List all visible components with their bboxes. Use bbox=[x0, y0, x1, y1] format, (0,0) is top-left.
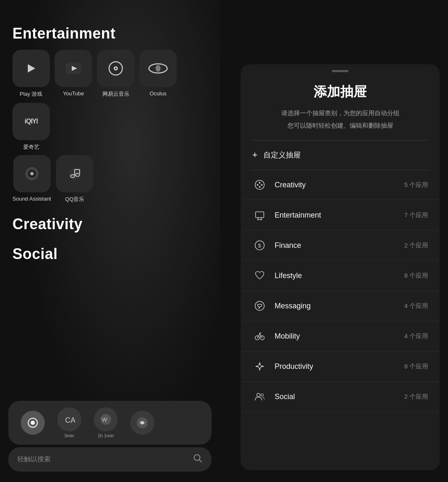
app-label-qq-music: QQ音乐 bbox=[65, 196, 84, 203]
category-item-messaging[interactable]: Messaging 4 个应用 bbox=[241, 291, 440, 321]
category-name-messaging: Messaging bbox=[275, 302, 404, 310]
category-icon-messaging bbox=[252, 298, 267, 313]
category-icon-mobility bbox=[252, 329, 267, 344]
category-name-creativity: Creativity bbox=[275, 181, 404, 189]
category-count-lifestyle: 8 个应用 bbox=[404, 272, 428, 280]
category-name-lifestyle: Lifestyle bbox=[275, 271, 404, 280]
section-title-social: Social bbox=[12, 245, 207, 263]
app-item-oculus[interactable]: Oculus bbox=[139, 50, 177, 98]
category-item-creativity[interactable]: Creativity 5 个应用 bbox=[241, 170, 440, 200]
svg-point-28 bbox=[259, 186, 261, 188]
category-icon-entertainment bbox=[252, 208, 267, 223]
left-panel: Entertainment Play 游戏 YouTube bbox=[0, 0, 220, 482]
sheet-desc-line1: 请选择一个抽屉类别，为您的应用自动分组 bbox=[281, 109, 399, 116]
app-icon-qq-music bbox=[56, 155, 93, 192]
category-name-entertainment: Entertainment bbox=[275, 211, 404, 220]
dock-icon-2: W bbox=[94, 407, 118, 431]
category-icon-lifestyle bbox=[252, 268, 267, 283]
category-item-productivity[interactable]: Productivity 8 个应用 bbox=[241, 351, 440, 382]
category-icon-social bbox=[252, 389, 267, 404]
app-icon-sound-assistant bbox=[13, 155, 51, 192]
category-item-lifestyle[interactable]: Lifestyle 8 个应用 bbox=[241, 261, 440, 291]
app-label-iqiyi: 爱奇艺 bbox=[23, 143, 39, 151]
sheet-handle bbox=[332, 70, 348, 72]
app-grid-entertainment-row2: Sound Assistant QQ音乐 bbox=[12, 155, 207, 203]
plus-icon: + bbox=[252, 150, 258, 160]
app-item-youtube[interactable]: YouTube bbox=[55, 50, 92, 98]
svg-text:$: $ bbox=[258, 242, 261, 249]
search-placeholder: 轻触以搜索 bbox=[17, 455, 51, 464]
category-count-mobility: 4 个应用 bbox=[404, 332, 428, 340]
svg-point-38 bbox=[258, 365, 261, 368]
dock-area: CA 3min W 1h 1min bbox=[8, 401, 212, 445]
category-list: Creativity 5 个应用 Entertainment 7 个应用 $ F… bbox=[241, 170, 440, 470]
dock-item-3[interactable] bbox=[130, 411, 154, 435]
svg-rect-29 bbox=[256, 212, 264, 218]
category-count-productivity: 8 个应用 bbox=[404, 363, 428, 371]
dock-time-1: 3min bbox=[64, 433, 74, 438]
svg-point-35 bbox=[255, 301, 264, 310]
svg-point-24 bbox=[255, 180, 264, 189]
category-icon-finance: $ bbox=[252, 238, 267, 253]
svg-point-26 bbox=[259, 182, 261, 184]
category-name-finance: Finance bbox=[275, 241, 404, 250]
section-title-creativity: Creativity bbox=[12, 216, 207, 233]
category-count-messaging: 4 个应用 bbox=[404, 302, 428, 310]
category-name-productivity: Productivity bbox=[275, 362, 404, 371]
svg-point-4 bbox=[115, 68, 117, 69]
app-item-play[interactable]: Play 游戏 bbox=[12, 50, 50, 98]
section-title-entertainment: Entertainment bbox=[12, 25, 207, 42]
dock-time-2: 1h 1min bbox=[97, 433, 114, 438]
app-grid-entertainment-row1: Play 游戏 YouTube 网易云音乐 bbox=[12, 50, 207, 151]
category-count-entertainment: 7 个应用 bbox=[404, 211, 428, 219]
svg-point-27 bbox=[261, 184, 263, 186]
svg-text:CA: CA bbox=[65, 416, 75, 424]
category-count-social: 2 个应用 bbox=[404, 393, 428, 401]
app-label-oculus: Oculus bbox=[150, 90, 166, 97]
dock-item-0[interactable] bbox=[21, 411, 45, 435]
app-item-sound-assistant[interactable]: Sound Assistant bbox=[12, 155, 51, 203]
svg-point-40 bbox=[261, 394, 263, 396]
custom-drawer-label: 自定义抽屉 bbox=[263, 150, 301, 160]
app-label-sound-assistant: Sound Assistant bbox=[12, 196, 51, 202]
app-icon-iqiyi: iQIYI bbox=[12, 103, 50, 140]
app-label-play: Play 游戏 bbox=[20, 90, 43, 98]
dock-item-1[interactable]: CA 3min bbox=[57, 407, 81, 438]
app-item-qq-music[interactable]: QQ音乐 bbox=[56, 155, 93, 203]
dock-item-2[interactable]: W 1h 1min bbox=[94, 407, 118, 438]
app-item-iqiyi[interactable]: iQIYI 爱奇艺 bbox=[12, 103, 50, 151]
dock-icon-3 bbox=[130, 411, 154, 435]
svg-line-23 bbox=[200, 460, 202, 463]
category-item-entertainment[interactable]: Entertainment 7 个应用 bbox=[241, 200, 440, 230]
category-icon-creativity bbox=[252, 177, 267, 192]
app-icon-youtube bbox=[55, 50, 92, 87]
app-icon-netease bbox=[97, 50, 134, 87]
app-icon-play bbox=[12, 50, 50, 87]
svg-point-39 bbox=[257, 393, 260, 397]
app-label-youtube: YouTube bbox=[63, 90, 84, 97]
dock-icon-1: CA bbox=[57, 407, 81, 431]
category-count-creativity: 5 个应用 bbox=[404, 181, 428, 189]
dock-icon-0 bbox=[21, 411, 45, 435]
app-label-netease: 网易云音乐 bbox=[102, 90, 129, 98]
app-item-netease[interactable]: 网易云音乐 bbox=[97, 50, 134, 98]
svg-point-25 bbox=[257, 184, 258, 186]
app-icon-oculus bbox=[139, 50, 177, 87]
sheet-title: 添加抽屉 bbox=[241, 83, 440, 101]
sheet-desc-line2: 您可以随时轻松创建、编辑和删除抽屉 bbox=[287, 122, 393, 129]
category-item-social[interactable]: Social 2 个应用 bbox=[241, 382, 440, 412]
sheet-desc: 请选择一个抽屉类别，为您的应用自动分组 您可以随时轻松创建、编辑和删除抽屉 bbox=[241, 107, 440, 132]
category-icon-productivity bbox=[252, 359, 267, 374]
right-panel: 添加抽屉 请选择一个抽屉类别，为您的应用自动分组 您可以随时轻松创建、编辑和删除… bbox=[241, 64, 440, 470]
category-name-mobility: Mobility bbox=[275, 332, 404, 341]
category-item-mobility[interactable]: Mobility 4 个应用 bbox=[241, 321, 440, 351]
search-icon bbox=[193, 454, 202, 465]
svg-point-17 bbox=[31, 421, 35, 425]
category-name-social: Social bbox=[275, 392, 404, 401]
category-count-finance: 2 个应用 bbox=[404, 242, 428, 249]
category-item-finance[interactable]: $ Finance 2 个应用 bbox=[241, 230, 440, 261]
svg-point-6 bbox=[156, 65, 161, 72]
search-bar[interactable]: 轻触以搜索 bbox=[8, 447, 212, 472]
custom-drawer-button[interactable]: + 自定义抽屉 bbox=[241, 140, 440, 170]
svg-text:W: W bbox=[102, 417, 107, 423]
